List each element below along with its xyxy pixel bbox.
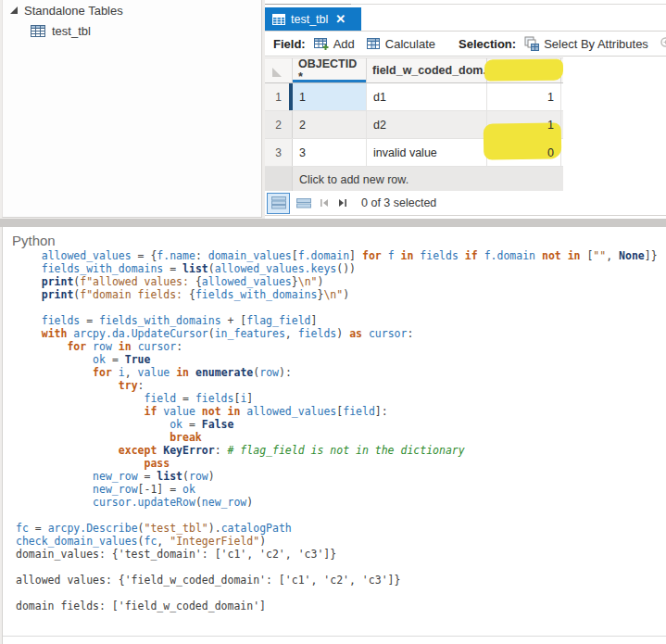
select-by-attributes-button[interactable]: Select By Attributes	[521, 34, 651, 53]
form-view-icon	[296, 198, 311, 208]
header-row: OBJECTID * field_w_coded_dom... IntegerF…	[265, 57, 563, 83]
zoom-to-icon	[660, 36, 666, 51]
ribbon-edge-line-light	[351, 4, 666, 5]
row-number[interactable]: 1	[265, 83, 293, 110]
collapse-triangle-icon[interactable]	[10, 6, 18, 14]
zoom-to-button[interactable]: Zoom T	[657, 34, 666, 53]
selection-group-label: Selection:	[459, 37, 516, 51]
row-number[interactable]: 3	[265, 139, 293, 166]
table-body: 11d1122d2133invalid value0	[265, 83, 563, 167]
table-row[interactable]: 11d11	[265, 83, 563, 111]
test-tbl-label: test_tbl	[52, 24, 91, 38]
table-cell[interactable]: 0	[487, 139, 561, 166]
table-cell[interactable]: d1	[367, 83, 487, 110]
column-header-integerfield[interactable]: IntegerField	[487, 58, 561, 82]
table-cell[interactable]: 3	[293, 139, 367, 166]
next-record-button[interactable]	[333, 194, 352, 212]
contents-pane: Standalone Tables test_tbl	[2, 0, 262, 218]
attribute-table: OBJECTID * field_w_coded_dom... IntegerF…	[265, 57, 563, 194]
tree-item-test-tbl[interactable]: test_tbl	[31, 24, 91, 38]
table-toolbar: Field: Add	[265, 32, 666, 57]
table-cell[interactable]: d2	[367, 111, 487, 138]
arcgis-pro-window: Standalone Tables test_tbl	[0, 0, 666, 644]
close-icon[interactable]: ✕	[335, 12, 346, 26]
table-cell[interactable]: invalid value	[367, 139, 487, 166]
add-row-label: Click to add new row.	[299, 173, 408, 186]
column-header-objectid[interactable]: OBJECTID *	[293, 58, 367, 82]
table-view-icon	[271, 196, 286, 209]
corner-triangle-icon	[272, 68, 282, 77]
add-row-header-cell	[265, 167, 293, 193]
table-tab-icon	[272, 14, 285, 25]
python-pane-title: Python	[12, 233, 56, 248]
select-by-attributes-icon	[524, 36, 539, 51]
first-record-icon	[319, 197, 330, 208]
pane-divider[interactable]	[0, 219, 666, 227]
first-record-button[interactable]	[315, 194, 333, 212]
table-view-panel: test_tbl ✕ Field: Add	[265, 0, 666, 219]
python-code[interactable]: allowed_values = {f.name: domain_values[…	[16, 249, 666, 612]
add-new-row[interactable]: Click to add new row.	[265, 167, 563, 194]
python-window: Python allowed_values = {f.name: domain_…	[2, 227, 666, 644]
field-group-label: Field:	[273, 37, 306, 51]
calculate-field-icon	[366, 36, 381, 51]
next-record-icon	[337, 197, 348, 208]
column-header-field-w-coded-domain[interactable]: field_w_coded_dom...	[367, 58, 487, 82]
tab-test-tbl[interactable]: test_tbl ✕	[265, 7, 361, 31]
tree-item-standalone-tables[interactable]: Standalone Tables	[10, 4, 123, 18]
selection-count: 0 of 3 selected	[361, 196, 436, 209]
add-field-label: Add	[333, 37, 355, 51]
prompt-divider	[3, 636, 666, 637]
row-number[interactable]: 2	[265, 111, 293, 138]
calculate-field-button[interactable]: Calculate	[363, 34, 438, 53]
select-all-corner[interactable]	[265, 58, 293, 82]
tab-label: test_tbl	[291, 13, 328, 26]
table-cell[interactable]: 1	[487, 111, 561, 138]
add-field-icon	[314, 36, 329, 51]
table-view-button[interactable]	[267, 193, 290, 214]
table-icon	[31, 25, 45, 37]
table-cell[interactable]: 2	[293, 111, 367, 138]
add-field-button[interactable]: Add	[311, 34, 358, 53]
calculate-field-label: Calculate	[385, 37, 435, 51]
table-row[interactable]: 22d21	[265, 111, 563, 139]
form-view-button[interactable]	[292, 193, 315, 214]
select-by-attributes-label: Select By Attributes	[544, 37, 648, 51]
table-statusbar: 0 of 3 selected	[265, 191, 666, 216]
ribbon-edge-line	[265, 4, 351, 5]
table-cell[interactable]: 1	[293, 83, 367, 110]
table-cell[interactable]: 1	[487, 83, 561, 110]
standalone-tables-label: Standalone Tables	[24, 4, 123, 18]
table-row[interactable]: 33invalid value0	[265, 139, 563, 167]
